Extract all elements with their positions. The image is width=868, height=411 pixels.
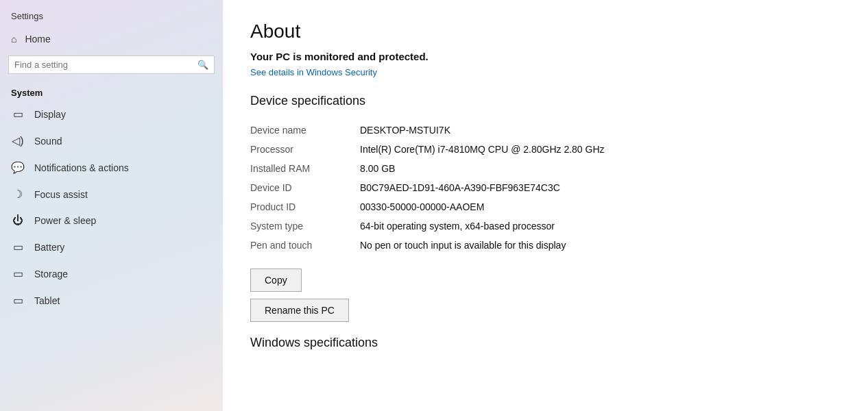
rename-row: Rename this PC	[250, 299, 841, 329]
spec-label: Product ID	[250, 197, 360, 216]
spec-value: 00330-50000-00000-AAOEM	[360, 197, 841, 216]
notifications-icon: 💬	[11, 161, 25, 174]
sidebar-item-focus[interactable]: ☽ Focus assist	[0, 181, 223, 208]
search-box[interactable]: 🔍	[8, 55, 215, 74]
copy-button[interactable]: Copy	[250, 269, 302, 292]
security-link[interactable]: See details in Windows Security	[250, 67, 377, 77]
sidebar-item-display[interactable]: ▭ Display	[0, 101, 223, 127]
sidebar-item-label: Sound	[34, 136, 62, 147]
sidebar: Settings ⌂ Home 🔍 System ▭ Display ◁) So…	[0, 0, 223, 411]
table-row: Installed RAM8.00 GB	[250, 159, 841, 178]
buttons-row: Copy	[250, 269, 841, 299]
spec-value: 8.00 GB	[360, 159, 841, 178]
spec-value: 64-bit operating system, x64-based proce…	[360, 216, 841, 236]
sidebar-item-home[interactable]: ⌂ Home	[0, 27, 223, 51]
sidebar-item-label: Storage	[34, 269, 68, 279]
spec-value: No pen or touch input is available for t…	[360, 236, 841, 255]
home-icon: ⌂	[11, 34, 16, 45]
sidebar-item-power[interactable]: ⏻ Power & sleep	[0, 208, 223, 234]
sound-icon: ◁)	[11, 134, 25, 147]
spec-label: Pen and touch	[250, 236, 360, 255]
spec-label: Device ID	[250, 178, 360, 197]
device-specs-title: Device specifications	[250, 94, 841, 108]
table-row: Device IDB0C79AED-1D91-460A-A390-FBF963E…	[250, 178, 841, 197]
specs-table: Device nameDESKTOP-MSTUI7KProcessorIntel…	[250, 121, 841, 255]
spec-value: DESKTOP-MSTUI7K	[360, 121, 841, 140]
sidebar-item-label: Tablet	[34, 295, 60, 306]
home-label: Home	[25, 34, 50, 45]
sidebar-item-battery[interactable]: ▭ Battery	[0, 234, 223, 260]
tablet-icon: ▭	[11, 294, 25, 307]
table-row: System type64-bit operating system, x64-…	[250, 216, 841, 236]
protection-text: Your PC is monitored and protected.	[250, 51, 841, 62]
power-icon: ⏻	[11, 214, 25, 227]
table-row: Product ID00330-50000-00000-AAOEM	[250, 197, 841, 216]
search-input[interactable]	[14, 60, 197, 70]
sidebar-item-label: Focus assist	[34, 189, 88, 200]
main-content: About Your PC is monitored and protected…	[223, 0, 868, 411]
battery-icon: ▭	[11, 240, 25, 253]
storage-icon: ▭	[11, 267, 25, 280]
sidebar-item-storage[interactable]: ▭ Storage	[0, 260, 223, 287]
table-row: Pen and touchNo pen or touch input is av…	[250, 236, 841, 255]
sidebar-item-label: Display	[34, 109, 66, 120]
sidebar-item-notifications[interactable]: 💬 Notifications & actions	[0, 154, 223, 181]
sidebar-item-label: Power & sleep	[34, 215, 96, 226]
search-icon: 🔍	[197, 60, 208, 70]
spec-label: Device name	[250, 121, 360, 140]
windows-specs-title: Windows specifications	[250, 336, 841, 350]
spec-label: Processor	[250, 140, 360, 159]
page-title: About	[250, 21, 841, 42]
spec-label: System type	[250, 216, 360, 236]
table-row: Device nameDESKTOP-MSTUI7K	[250, 121, 841, 140]
system-section-label: System	[0, 82, 223, 101]
rename-button[interactable]: Rename this PC	[250, 299, 349, 322]
spec-value: B0C79AED-1D91-460A-A390-FBF963E74C3C	[360, 178, 841, 197]
app-title: Settings	[0, 0, 223, 27]
spec-label: Installed RAM	[250, 159, 360, 178]
spec-value: Intel(R) Core(TM) i7-4810MQ CPU @ 2.80GH…	[360, 140, 841, 159]
focus-icon: ☽	[11, 188, 25, 201]
sidebar-item-label: Battery	[34, 242, 64, 253]
sidebar-item-label: Notifications & actions	[34, 162, 129, 173]
table-row: ProcessorIntel(R) Core(TM) i7-4810MQ CPU…	[250, 140, 841, 159]
sidebar-item-tablet[interactable]: ▭ Tablet	[0, 287, 223, 314]
sidebar-item-sound[interactable]: ◁) Sound	[0, 127, 223, 154]
display-icon: ▭	[11, 108, 25, 121]
